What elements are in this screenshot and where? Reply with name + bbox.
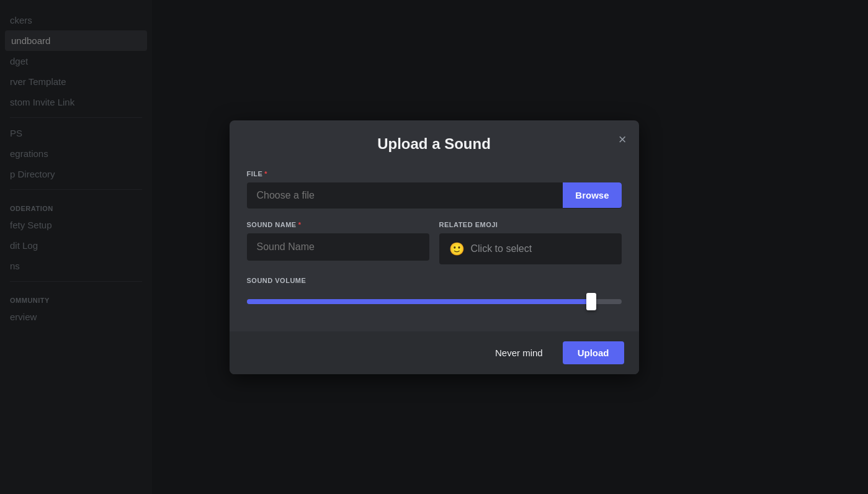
related-emoji-label: RELATED EMOJI [439, 221, 622, 228]
modal-body: FILE* Browse SOUND NAME* RELATED EMOJI 🙂 [230, 155, 639, 331]
file-input-row: Browse [247, 182, 622, 209]
emoji-icon: 🙂 [449, 241, 465, 256]
sound-name-group: SOUND NAME* [247, 221, 429, 264]
slider-fill [247, 299, 592, 304]
file-label: FILE* [247, 170, 622, 177]
upload-sound-modal: Upload a Sound × FILE* Browse SOUND NAME… [230, 120, 639, 374]
sound-name-label: SOUND NAME* [247, 221, 429, 228]
required-star-name: * [298, 221, 302, 228]
modal-overlay: Upload a Sound × FILE* Browse SOUND NAME… [0, 0, 868, 494]
related-emoji-group: RELATED EMOJI 🙂 Click to select [439, 221, 622, 264]
volume-slider-container [247, 289, 622, 314]
upload-button[interactable]: Upload [563, 341, 624, 364]
slider-track [247, 299, 622, 304]
close-button[interactable]: × [616, 130, 629, 149]
modal-footer: Never mind Upload [230, 331, 639, 374]
sound-volume-section: SOUND VOLUME [247, 277, 622, 314]
sound-name-input[interactable] [247, 233, 429, 261]
slider-thumb[interactable] [586, 293, 596, 310]
required-star-file: * [264, 170, 267, 177]
modal-header: Upload a Sound × [230, 120, 639, 153]
sound-volume-label: SOUND VOLUME [247, 277, 622, 284]
emoji-placeholder: Click to select [471, 243, 532, 254]
sound-emoji-row: SOUND NAME* RELATED EMOJI 🙂 Click to sel… [247, 221, 622, 264]
file-input[interactable] [247, 182, 563, 209]
emoji-select[interactable]: 🙂 Click to select [439, 233, 622, 264]
modal-title: Upload a Sound [244, 135, 624, 153]
browse-button[interactable]: Browse [563, 182, 621, 208]
never-mind-button[interactable]: Never mind [485, 341, 553, 364]
